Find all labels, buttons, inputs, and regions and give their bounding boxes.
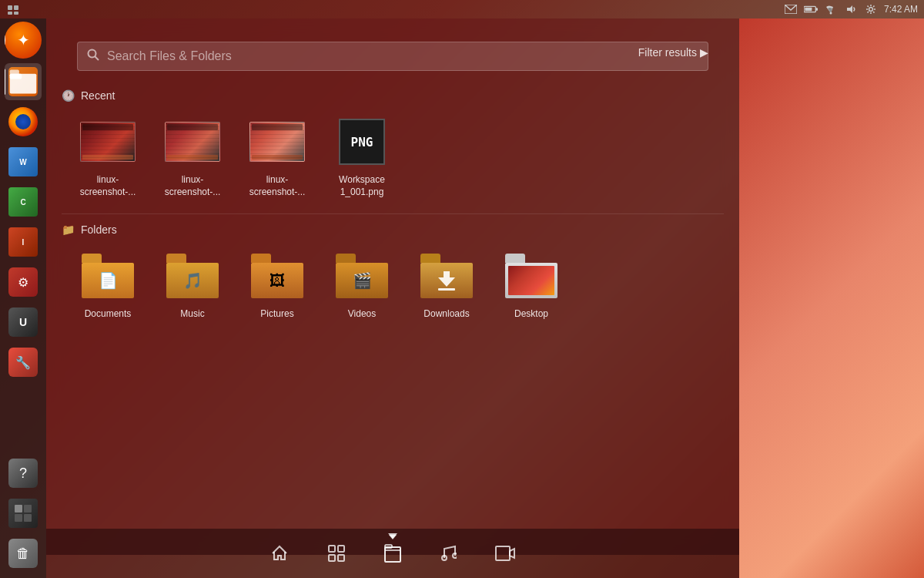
filter-results-button[interactable]: Filter results ▶ xyxy=(638,46,708,59)
network-icon xyxy=(824,2,838,16)
clock: 7:42 AM xyxy=(884,4,918,15)
topbar: 7:42 AM xyxy=(0,0,924,18)
recent-files-grid: linux-screenshot-... linux-screenshot-..… xyxy=(46,106,739,210)
sidebar-item-files[interactable] xyxy=(5,63,42,100)
folders-section-header: 📁 Folders xyxy=(46,217,739,240)
sidebar-item-firefox[interactable] xyxy=(5,103,42,140)
svg-marker-16 xyxy=(438,271,455,287)
dash-panel: Filter results ▶ 🕐 Recent linux-screensh… xyxy=(46,18,739,555)
settings-icon[interactable] xyxy=(864,2,878,16)
dock-video[interactable] xyxy=(487,541,523,566)
svg-rect-21 xyxy=(338,555,344,561)
svg-rect-6 xyxy=(815,8,818,11)
sidebar-item-ubuone[interactable]: U xyxy=(5,304,42,341)
svg-point-14 xyxy=(89,50,96,58)
bottom-dock xyxy=(46,529,739,578)
svg-rect-3 xyxy=(14,12,18,15)
svg-rect-20 xyxy=(329,555,335,561)
search-icon xyxy=(87,49,99,64)
file-name-2: linux-screenshot-... xyxy=(159,174,226,198)
svg-rect-1 xyxy=(14,5,18,10)
folder-desktop[interactable]: Desktop xyxy=(493,244,570,325)
file-name-4: Workspace 1_001.png xyxy=(328,174,396,198)
sidebar-item-writer[interactable]: W xyxy=(5,143,42,180)
folder-name-documents: Documents xyxy=(85,308,132,321)
sidebar-item-unity[interactable]: ✦ xyxy=(5,22,42,59)
system-menu-icon[interactable] xyxy=(6,2,20,16)
mail-icon[interactable] xyxy=(784,2,798,16)
recent-file-4[interactable]: PNG Workspace 1_001.png xyxy=(323,109,400,203)
sidebar-item-trash[interactable]: 🗑 xyxy=(5,535,42,572)
sound-icon[interactable] xyxy=(844,2,858,16)
svg-rect-26 xyxy=(496,546,510,560)
svg-marker-9 xyxy=(847,5,852,13)
recent-file-3[interactable]: linux-screenshot-... xyxy=(239,109,316,203)
search-bar[interactable] xyxy=(77,42,708,71)
sidebar-item-impress[interactable]: I xyxy=(5,223,42,260)
svg-marker-27 xyxy=(510,549,514,558)
svg-rect-13 xyxy=(10,69,19,75)
folder-name-videos: Videos xyxy=(348,308,376,321)
dock-apps[interactable] xyxy=(320,539,353,567)
sidebar-item-help[interactable]: ? xyxy=(5,455,42,492)
folders-grid: 📄 Documents 🎵 Music xyxy=(46,240,739,333)
svg-rect-2 xyxy=(8,12,12,15)
filter-arrow-icon: ▶ xyxy=(700,46,708,59)
battery-icon xyxy=(804,2,818,16)
svg-rect-17 xyxy=(438,288,455,291)
recent-section-header: 🕐 Recent xyxy=(46,83,739,106)
svg-point-8 xyxy=(829,12,832,15)
folder-section-icon: 📁 xyxy=(62,223,75,236)
svg-point-10 xyxy=(869,8,872,12)
folder-name-desktop: Desktop xyxy=(514,308,548,321)
svg-line-15 xyxy=(95,57,99,61)
folder-documents[interactable]: 📄 Documents xyxy=(69,244,146,325)
svg-rect-19 xyxy=(338,546,344,552)
sidebar-item-tools[interactable]: 🔧 xyxy=(5,344,42,381)
sidebar-item-calc[interactable]: C xyxy=(5,183,42,220)
desktop-background xyxy=(739,18,924,578)
search-input[interactable] xyxy=(107,49,698,63)
folder-name-downloads: Downloads xyxy=(424,308,469,321)
svg-rect-18 xyxy=(329,546,335,552)
file-name-1: linux-screenshot-... xyxy=(74,174,142,198)
dock-music[interactable] xyxy=(432,539,464,567)
section-divider xyxy=(62,213,724,214)
folder-name-pictures: Pictures xyxy=(260,308,293,321)
png-thumbnail: PNG xyxy=(339,119,385,165)
folder-music[interactable]: 🎵 Music xyxy=(154,244,231,325)
svg-rect-0 xyxy=(8,5,12,10)
sidebar: ✦ W C I ⚙ U 🔧 ? xyxy=(0,18,46,578)
folder-downloads[interactable]: Downloads xyxy=(408,244,485,325)
file-name-3: linux-screenshot-... xyxy=(243,174,311,198)
recent-icon: 🕐 xyxy=(62,89,75,102)
sidebar-item-software[interactable]: ⚙ xyxy=(5,264,42,301)
svg-rect-7 xyxy=(805,8,812,12)
dock-home[interactable] xyxy=(263,539,296,567)
svg-rect-22 xyxy=(385,547,400,562)
recent-file-1[interactable]: linux-screenshot-... xyxy=(69,109,146,203)
folder-name-music: Music xyxy=(180,308,204,321)
folder-pictures[interactable]: 🖼 Pictures xyxy=(239,244,316,325)
recent-file-2[interactable]: linux-screenshot-... xyxy=(154,109,231,203)
sidebar-item-workspace[interactable] xyxy=(5,495,42,532)
folder-videos[interactable]: 🎬 Videos xyxy=(323,244,400,325)
dock-files[interactable] xyxy=(377,539,409,567)
